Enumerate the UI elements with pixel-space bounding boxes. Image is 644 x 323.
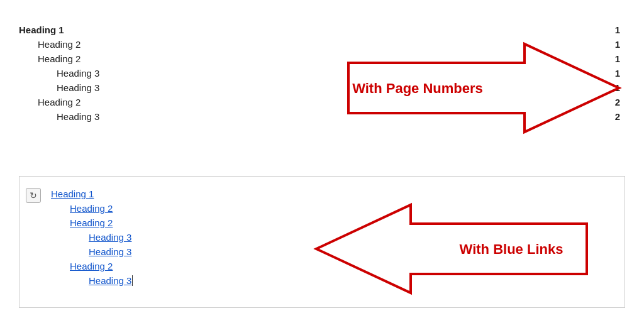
toc-row: Heading 32	[19, 109, 625, 124]
refresh-icon: ↻	[30, 190, 37, 200]
toc-page-number: 2	[606, 111, 625, 122]
toc-row: Heading 31	[19, 66, 625, 80]
toc-link[interactable]: Heading 1	[51, 189, 94, 199]
toc2-list: Heading 1Heading 2Heading 2Heading 3Head…	[51, 187, 614, 288]
toc-link[interactable]: Heading 3	[89, 232, 131, 243]
toc1-list: Heading 11Heading 21Heading 21Heading 31…	[19, 23, 625, 124]
toc-row: Heading 11	[19, 23, 625, 37]
toc-row: Heading 22	[19, 95, 625, 109]
toc-page-number: 1	[606, 53, 625, 64]
refresh-button[interactable]: ↻	[26, 188, 41, 203]
toc-with-page-numbers: Heading 11Heading 21Heading 21Heading 31…	[19, 13, 625, 157]
toc-link-row: Heading 3	[51, 230, 614, 244]
toc-page-number: 1	[606, 25, 625, 35]
toc-label: Heading 2	[38, 97, 80, 107]
toc-label: Heading 3	[57, 68, 99, 79]
toc-link-row: Heading 2	[51, 216, 614, 230]
toc-label: Heading 3	[57, 82, 99, 93]
toc-row: Heading 21	[19, 52, 625, 66]
toc-label: Heading 1	[19, 25, 64, 35]
toc-label: Heading 2	[38, 39, 80, 50]
toc-page-number: 2	[606, 97, 625, 107]
toc-link[interactable]: Heading 2	[70, 261, 113, 271]
toc-link-row: Heading 2	[51, 259, 614, 273]
toc-link-row: Heading 3	[51, 273, 614, 288]
toc-page-number: 1	[606, 82, 625, 93]
toc-with-blue-links: ↻ Heading 1Heading 2Heading 2Heading 3He…	[19, 176, 625, 308]
toc-link[interactable]: Heading 2	[70, 203, 113, 214]
toc-page-number: 1	[606, 68, 625, 79]
toc-label: Heading 3	[57, 111, 99, 122]
toc-link-row: Heading 1	[51, 187, 614, 201]
toc-link-row: Heading 2	[51, 201, 614, 216]
toc-row: Heading 31	[19, 80, 625, 95]
toc-link[interactable]: Heading 3	[89, 275, 133, 286]
toc-link[interactable]: Heading 2	[70, 217, 113, 228]
toc-label: Heading 2	[38, 53, 80, 64]
toc-link[interactable]: Heading 3	[89, 246, 131, 257]
toc-link-row: Heading 3	[51, 244, 614, 259]
toc-page-number: 1	[606, 39, 625, 50]
toc-row: Heading 21	[19, 37, 625, 52]
